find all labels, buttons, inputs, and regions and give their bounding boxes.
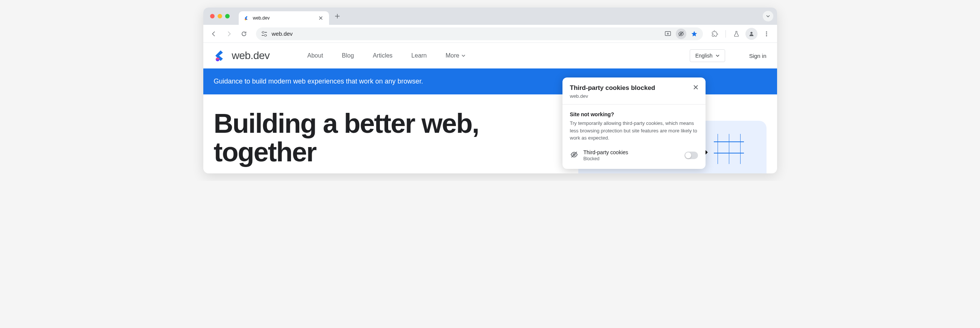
popup-row-status: Blocked: [584, 156, 679, 162]
tab-overflow-button[interactable]: [763, 11, 773, 21]
popup-body: Site not working? Try temporarily allowi…: [563, 105, 706, 169]
cookies-toggle[interactable]: [684, 152, 698, 159]
svg-rect-5: [262, 35, 264, 36]
install-app-icon[interactable]: [665, 30, 671, 37]
tab-favicon-icon: [244, 15, 250, 21]
site-header: web.dev About Blog Articles Learn More E…: [203, 43, 777, 68]
sign-in-link[interactable]: Sign in: [749, 53, 767, 59]
svg-point-14: [766, 35, 767, 36]
browser-tab[interactable]: web.dev: [239, 11, 329, 25]
tab-strip: web.dev: [203, 8, 777, 25]
nav-about[interactable]: About: [307, 52, 323, 59]
popup-row-text: Third-party cookies Blocked: [584, 149, 679, 162]
page-content: web.dev About Blog Articles Learn More E…: [203, 43, 777, 173]
nav-articles[interactable]: Articles: [373, 52, 392, 59]
minimize-window-button[interactable]: [218, 14, 222, 18]
chevron-down-icon: [716, 54, 719, 57]
bookmark-star-icon[interactable]: [691, 30, 698, 37]
svg-point-4: [262, 31, 264, 33]
site-nav: About Blog Articles Learn More: [307, 52, 465, 59]
logo-mark-icon: [214, 49, 228, 62]
site-settings-icon[interactable]: [261, 31, 267, 37]
popup-title: Third-party cookies blocked: [570, 84, 698, 92]
language-label: English: [695, 53, 713, 59]
svg-point-12: [766, 31, 767, 32]
nav-learn[interactable]: Learn: [412, 52, 427, 59]
url-text: web.dev: [272, 30, 660, 37]
close-window-button[interactable]: [210, 14, 215, 18]
third-party-cookies-blocked-icon[interactable]: [676, 29, 686, 39]
popup-row-label: Third-party cookies: [584, 149, 679, 155]
svg-point-7: [264, 34, 266, 36]
address-bar[interactable]: web.dev: [256, 27, 703, 40]
popup-cookie-row: Third-party cookies Blocked: [570, 149, 698, 162]
chrome-labs-button[interactable]: [730, 28, 743, 40]
toggle-knob: [685, 152, 691, 158]
popup-subtitle: Site not working?: [570, 111, 698, 117]
site-logo[interactable]: web.dev: [214, 49, 270, 62]
tab-close-icon[interactable]: [318, 15, 324, 21]
logo-text: web.dev: [232, 50, 270, 62]
omnibox-actions: [665, 29, 698, 39]
browser-toolbar: web.dev: [203, 25, 777, 43]
forward-button[interactable]: [223, 28, 235, 40]
chevron-down-icon: [461, 54, 465, 57]
eye-off-icon: [570, 151, 578, 160]
popup-header: Third-party cookies blocked web.dev: [563, 78, 706, 104]
hero-title: Building a better web, together: [214, 109, 563, 173]
cookies-popup: Third-party cookies blocked web.dev Site…: [563, 78, 706, 169]
tab-title: web.dev: [253, 16, 315, 21]
chrome-menu-button[interactable]: [760, 28, 773, 40]
profile-button[interactable]: [745, 28, 757, 40]
nav-more[interactable]: More: [446, 52, 465, 59]
svg-point-13: [766, 33, 767, 34]
svg-point-11: [750, 32, 752, 33]
back-button[interactable]: [208, 28, 220, 40]
toolbar-divider: [725, 30, 726, 38]
popup-site: web.dev: [570, 93, 698, 99]
nav-blog[interactable]: Blog: [342, 52, 354, 59]
nav-more-label: More: [446, 52, 459, 59]
popup-close-button[interactable]: [692, 84, 700, 91]
browser-window: web.dev web.dev: [203, 8, 777, 173]
new-tab-button[interactable]: [332, 11, 343, 21]
maximize-window-button[interactable]: [225, 14, 230, 18]
reload-button[interactable]: [238, 28, 250, 40]
window-controls: [210, 14, 230, 18]
extensions-button[interactable]: [709, 28, 721, 40]
popup-description: Try temporarily allowing third-party coo…: [570, 120, 698, 142]
svg-rect-3: [265, 32, 267, 33]
language-select[interactable]: English: [690, 49, 725, 62]
